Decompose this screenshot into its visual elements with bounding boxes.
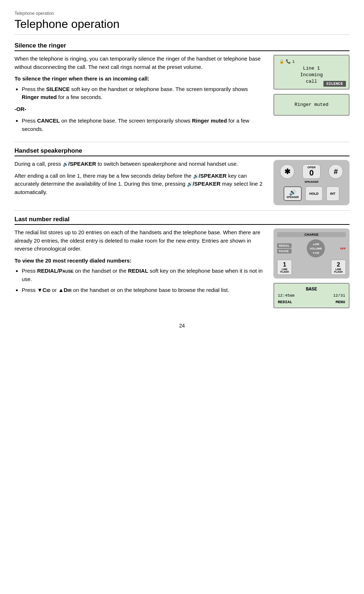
silence-bullets-2: Press CANCEL on the telephone base. The … <box>22 117 266 133</box>
phone-screen-incoming: 🔒 📞 1 Line 1 Incoming call SILENCE <box>273 55 350 90</box>
base-screen-time-row: 12:45am 12/31 <box>278 293 345 298</box>
ringer-muted-text: Ringer muted <box>294 102 329 107</box>
speaker-key[interactable]: 🔊 SPEAKER <box>284 186 302 201</box>
silence-sub-header: To silence the ringer when there is an i… <box>14 75 266 83</box>
base-date: 12/31 <box>333 293 345 298</box>
base-softkey-redial[interactable]: REDIAL <box>278 300 292 304</box>
hash-key[interactable]: # <box>329 164 343 179</box>
base-screen-softkeys: REDIAL MENU <box>278 300 345 304</box>
screen-top-row: 🔒 📞 1 <box>279 59 344 64</box>
redial-bullet-1: Press REDIAL/PAUSE on the handset or the… <box>22 267 266 283</box>
lock-icon: 🔒 <box>279 59 284 64</box>
silence-bullet-2: Press CANCEL on the telephone base. The … <box>22 117 266 133</box>
screen-line2: Incoming <box>279 72 344 78</box>
silence-body: When the telephone is ringing, you can t… <box>14 55 266 71</box>
breadcrumb: Telephone operation <box>14 11 350 16</box>
silence-bullet-1: Press the SILENCE soft key on the handse… <box>22 85 266 102</box>
pause-btn[interactable]: PAUSE <box>277 249 292 253</box>
volume-knob[interactable]: ▲DIR VOLUME ▼CID <box>307 239 325 257</box>
section-header-redial: Last number redial <box>14 216 350 225</box>
screen-line1: Line 1 <box>279 65 344 72</box>
speaker-para-1: During a call, press 🔊/SPEAKER to switch… <box>14 160 266 168</box>
silence-bullets: Press the SILENCE soft key on the handse… <box>22 85 266 102</box>
phone-screen-ringer-muted: Ringer muted <box>273 94 350 116</box>
page-number: 24 <box>14 323 350 329</box>
silence-phone-displays: 🔒 📞 1 Line 1 Incoming call SILENCE Ringe… <box>273 55 350 116</box>
page-title: Telephone operation <box>14 17 350 35</box>
keypad-bottom-row: 🔊 SPEAKER HOLD INT <box>284 186 339 201</box>
hold-key[interactable]: HOLD <box>305 186 323 201</box>
line2-btn[interactable]: 2 LINE FLASH <box>331 260 346 275</box>
base-buttons-row: REDIAL PAUSE ▲DIR VOLUME ▼CID OFF <box>277 239 346 257</box>
redial-bullet-2: Press ▼CID or ▲DIR on the handset or on … <box>22 286 266 294</box>
section-redial: Last number redial The redial list store… <box>14 216 350 308</box>
int-key[interactable]: INT <box>326 186 340 201</box>
divider-1 <box>14 142 350 142</box>
section-header-speaker: Handset speakerphone <box>14 147 350 156</box>
line-indicator: 1 <box>292 59 295 64</box>
off-label: OFF <box>340 247 346 250</box>
redial-sub-header: To view the 20 most recently dialed numb… <box>14 257 266 265</box>
redial-pause-group: REDIAL PAUSE <box>277 243 292 253</box>
star-key[interactable]: ✱ <box>280 164 294 179</box>
keypad-area: ✱ OPER 0 # SPEAKER 🔊 <box>273 160 350 205</box>
divider-2 <box>14 210 350 211</box>
redial-body: The redial list stores up to 20 entries … <box>14 228 266 253</box>
speaker-label: SPEAKER <box>305 180 319 183</box>
keypad-container: ✱ OPER 0 # SPEAKER 🔊 <box>273 160 350 205</box>
line1-btn[interactable]: 1 LINE FLASH <box>277 260 292 275</box>
base-station-unit: CHARGE REDIAL PAUSE ▲DIR VOLUME ▼CID <box>273 228 350 279</box>
base-screen-title: BASE <box>278 286 345 292</box>
redial-btn[interactable]: REDIAL <box>277 243 292 248</box>
silence-text-block: When the telephone is ringing, you can t… <box>14 55 266 137</box>
speaker-para-2: After ending a call on line 1, there may… <box>14 172 266 197</box>
keypad-top-row: ✱ OPER 0 # <box>278 164 345 179</box>
silence-softkey[interactable]: SILENCE <box>323 81 346 87</box>
section-speakerphone: Handset speakerphone During a call, pres… <box>14 147 350 205</box>
oper-zero-key[interactable]: OPER 0 <box>302 164 321 179</box>
section-header-silence: Silence the ringer <box>14 42 350 51</box>
redial-text-block: The redial list stores up to 20 entries … <box>14 228 266 298</box>
charge-label: CHARGE <box>277 232 346 237</box>
base-line-btns: 1 LINE FLASH 2 LINE FLASH <box>277 260 346 275</box>
base-displays: CHARGE REDIAL PAUSE ▲DIR VOLUME ▼CID <box>273 228 350 308</box>
base-screen: BASE 12:45am 12/31 REDIAL MENU <box>273 283 350 308</box>
phone-icon: 📞 <box>286 59 291 64</box>
speaker-text-block: During a call, press 🔊/SPEAKER to switch… <box>14 160 266 200</box>
redial-bullets: Press REDIAL/PAUSE on the handset or the… <box>22 267 266 294</box>
base-softkey-menu[interactable]: MENU <box>336 300 345 304</box>
section-silence-ringer: Silence the ringer When the telephone is… <box>14 42 350 137</box>
base-time: 12:45am <box>278 293 294 298</box>
off-group: OFF <box>340 247 346 250</box>
or-divider: -OR- <box>14 105 266 114</box>
